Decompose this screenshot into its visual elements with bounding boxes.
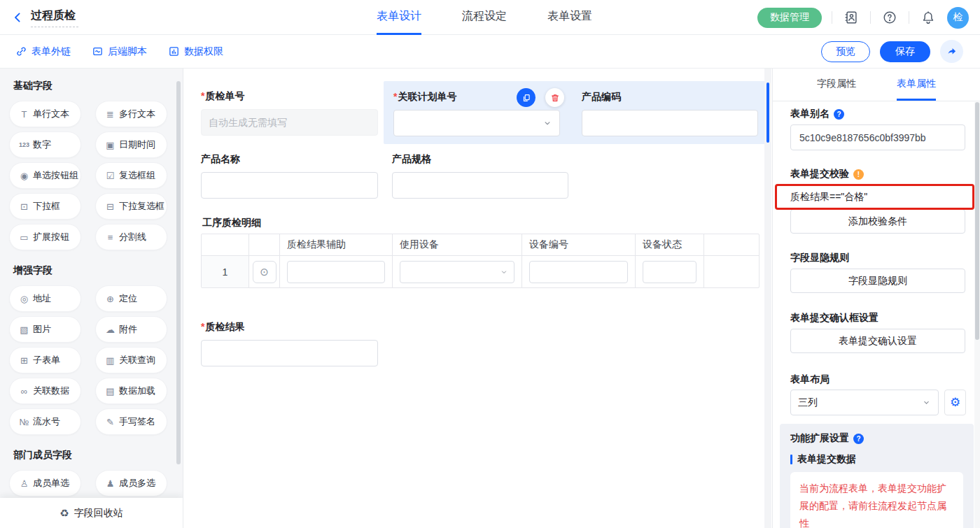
field-item-checkbox-group[interactable]: ☑复选框组	[95, 162, 167, 189]
submit-confirm-button[interactable]: 表单提交确认设置	[790, 329, 965, 353]
field-visibility-button[interactable]: 字段显隐规则	[790, 269, 965, 293]
field-item-address[interactable]: ◎地址	[9, 285, 81, 312]
field-qc-number[interactable]: *质检单号	[201, 90, 378, 136]
product-spec-input[interactable]	[392, 172, 568, 199]
field-product-code[interactable]: 产品编码	[582, 91, 758, 136]
layout-settings-button[interactable]: ⚙	[944, 390, 966, 415]
link-icon	[15, 45, 27, 57]
subform-row: 1 ⊙	[202, 255, 759, 287]
subform-label: 工序质检明细	[202, 217, 261, 229]
extension-settings-label: 功能扩展设置 ?	[790, 432, 968, 445]
product-name-input[interactable]	[201, 172, 378, 199]
qc-number-input[interactable]	[201, 109, 378, 136]
qc-result-assist-input[interactable]	[287, 261, 385, 283]
form-layout-select[interactable]: 三列	[790, 390, 939, 415]
share-button[interactable]	[940, 40, 963, 63]
product-code-input[interactable]	[582, 110, 758, 136]
field-item-label: 数字	[33, 138, 51, 151]
submit-data-heading: 表单提交数据	[790, 453, 968, 466]
tab-form-setting[interactable]: 表单设置	[547, 0, 592, 35]
field-item-divider[interactable]: ≡分割线	[95, 224, 167, 250]
delete-field-button[interactable]	[545, 88, 564, 107]
field-label: 产品规格	[392, 153, 431, 164]
plan-number-select[interactable]	[393, 110, 560, 136]
field-qc-result[interactable]: *质检结果	[201, 321, 378, 366]
field-item-multi-dropdown[interactable]: ⊟下拉复选框	[95, 193, 167, 220]
save-button[interactable]: 保存	[880, 41, 930, 62]
equipment-status-input[interactable]	[643, 261, 696, 283]
user-avatar[interactable]: 检	[947, 7, 969, 29]
field-item-subform[interactable]: ⊞子表单	[9, 347, 81, 373]
notification-bell-icon[interactable]	[919, 8, 937, 27]
field-item-linked-data[interactable]: ∞关联数据	[9, 378, 81, 404]
exclaim-badge-icon[interactable]: !	[853, 169, 864, 180]
field-item-label: 单行文本	[33, 108, 69, 120]
field-item-attachment[interactable]: ☁附件	[95, 316, 167, 343]
back-button[interactable]	[6, 6, 29, 29]
field-recycle-bin[interactable]: ♻ 字段回收站	[0, 498, 183, 528]
backend-script-link[interactable]: 后端脚本	[92, 45, 147, 58]
preview-button[interactable]: 预览	[821, 41, 870, 62]
form-alias-input[interactable]	[790, 124, 965, 150]
required-asterisk: *	[201, 321, 204, 332]
field-item-linked-query[interactable]: ▥关联查询	[95, 347, 167, 373]
field-item-serial-number[interactable]: №流水号	[9, 408, 81, 435]
field-item-label: 成员单选	[33, 477, 69, 490]
selected-field-block[interactable]: *关联计划单号 产品编码	[384, 81, 770, 144]
label-text: 功能扩展设置	[790, 432, 849, 445]
script-icon	[92, 45, 104, 57]
row-expand-button[interactable]: ⊙	[253, 261, 276, 283]
field-item-member-single[interactable]: ♙成员单选	[9, 470, 81, 497]
page-title[interactable]: 过程质检	[31, 7, 78, 27]
field-item-radio-group[interactable]: ◉单选按钮组	[9, 162, 81, 189]
tab-form-properties[interactable]: 表单属性	[897, 69, 936, 101]
question-badge-icon[interactable]: ?	[834, 109, 844, 120]
column-header-empty	[704, 234, 759, 255]
panel-scrollbar-track[interactable]	[974, 102, 980, 528]
sidebar-scrollbar-thumb[interactable]	[176, 81, 181, 464]
field-item-multi-line-text[interactable]: ≣多行文本	[95, 101, 167, 127]
help-icon[interactable]	[881, 8, 899, 27]
copy-field-button[interactable]	[517, 88, 536, 107]
people-icon: ♟	[104, 478, 116, 489]
field-item-data-load[interactable]: ▤数据加载	[95, 378, 167, 404]
field-item-member-multi[interactable]: ♟成员多选	[95, 470, 167, 497]
field-label: 产品编码	[582, 91, 621, 102]
field-item-label: 流水号	[33, 415, 60, 428]
field-item-signature[interactable]: ✎手写签名	[95, 408, 167, 435]
field-item-single-line-text[interactable]: T单行文本	[9, 101, 81, 127]
data-permission-link[interactable]: 数据权限	[168, 45, 223, 58]
question-badge-icon[interactable]: ?	[853, 434, 864, 444]
qc-result-input[interactable]	[201, 340, 378, 366]
topbar: 过程质检 表单设计 流程设定 表单设置 数据管理	[0, 0, 980, 35]
person-icon: ♙	[18, 478, 30, 489]
label-text: 表单提交数据	[797, 453, 856, 466]
subform-table[interactable]: 质检结果辅助 使用设备 设备编号 设备状态 1 ⊙	[201, 234, 760, 288]
form-alias-label: 表单别名 ?	[790, 108, 844, 120]
field-item-number[interactable]: 123数字	[9, 131, 81, 158]
validation-condition-annotated[interactable]: 质检结果=="合格"	[775, 184, 974, 210]
equipment-select[interactable]	[400, 261, 514, 283]
contacts-icon[interactable]	[842, 8, 860, 27]
field-item-datetime[interactable]: ▣日期时间	[95, 131, 167, 158]
field-item-geolocation[interactable]: ⊕定位	[95, 285, 167, 312]
field-item-extend-button[interactable]: ▭扩展按钮	[9, 224, 81, 250]
field-item-image[interactable]: ▧图片	[9, 316, 81, 343]
field-item-label: 单选按钮组	[33, 169, 78, 182]
field-product-name[interactable]: 产品名称	[201, 153, 378, 199]
panel-scrollbar-thumb[interactable]	[975, 102, 979, 340]
number-icon: 123	[18, 141, 30, 148]
field-product-spec[interactable]: 产品规格	[392, 153, 568, 199]
tab-field-properties[interactable]: 字段属性	[817, 69, 856, 101]
form-external-link[interactable]: 表单外链	[15, 45, 71, 58]
tab-form-design[interactable]: 表单设计	[377, 0, 421, 35]
field-item-dropdown[interactable]: ⊡下拉框	[9, 193, 81, 220]
equipment-code-input[interactable]	[529, 261, 628, 283]
data-permission-label: 数据权限	[184, 45, 223, 58]
tab-flow-setting[interactable]: 流程设定	[462, 0, 507, 35]
form-design-canvas[interactable]: *质检单号 *关联计划单号 产品编码	[183, 69, 772, 528]
add-validation-condition-button[interactable]: 添加校验条件	[790, 209, 965, 234]
data-manage-button[interactable]: 数据管理	[757, 8, 822, 28]
canvas-scrollbar-thumb[interactable]	[766, 83, 769, 143]
field-item-label: 下拉复选框	[119, 200, 164, 213]
